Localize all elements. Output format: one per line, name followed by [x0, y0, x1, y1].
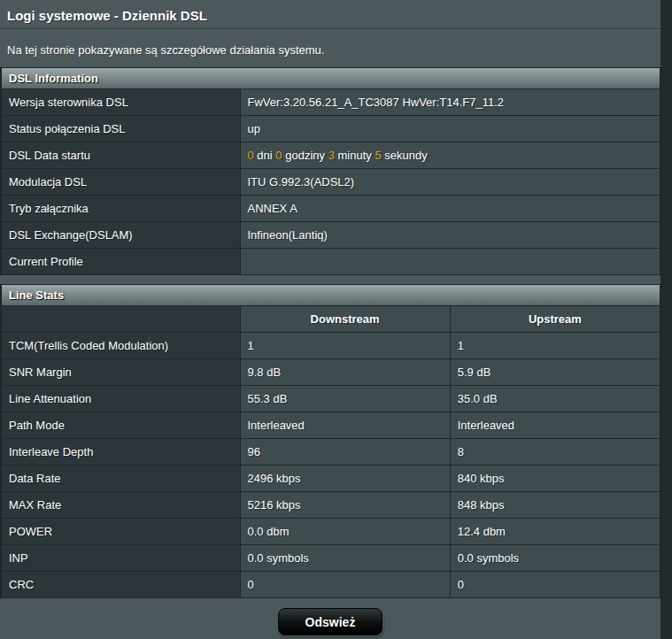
downstream-value: Interleaved	[240, 412, 450, 439]
upstream-value: Interleaved	[450, 412, 660, 439]
upstream-value: 8	[450, 439, 660, 466]
table-row: TCM(Trellis Coded Modulation)11	[1, 333, 660, 359]
refresh-button[interactable]: Odswież	[278, 608, 382, 635]
table-row: Data Rate2496 kbps840 kbps	[1, 466, 660, 492]
uptime-number: 0	[275, 149, 282, 162]
line-stats-header: Line Stats	[0, 284, 660, 305]
button-row: Odswież	[0, 608, 660, 635]
uptime-unit: sekundy	[384, 149, 427, 162]
upstream-value: 0.0 symbols	[450, 545, 660, 572]
row-label: DSL Data startu	[1, 142, 240, 169]
upstream-value: 0	[450, 572, 660, 598]
upstream-value: 35.0 dB	[450, 386, 660, 412]
line-stats-body: TCM(Trellis Coded Modulation)11SNR Margi…	[1, 333, 660, 598]
row-label: MAX Rate	[1, 492, 240, 519]
row-label: INP	[1, 545, 240, 572]
row-value: 0 dni 0 godziny 3 minuty 5 sekundy	[240, 142, 660, 169]
uptime-unit: dni	[257, 149, 272, 162]
table-row: Wersja sterownika DSLFwVer:3.20.56.21_A_…	[1, 89, 660, 116]
downstream-value: 0	[240, 572, 450, 598]
row-label: SNR Margin	[1, 359, 240, 386]
upstream-value: 5.9 dB	[450, 359, 660, 386]
dsl-information-header: DSL Information	[0, 67, 660, 89]
dsl-info-body: Wersja sterownika DSLFwVer:3.20.56.21_A_…	[1, 89, 660, 275]
row-value	[240, 249, 660, 275]
table-row: Modulacja DSLITU G.992.3(ADSL2)	[1, 169, 660, 196]
table-row: Path ModeInterleavedInterleaved	[1, 412, 660, 439]
upstream-value: 848 kbps	[450, 492, 660, 519]
table-row: Interleave Depth968	[1, 439, 660, 466]
row-label: Wersja sterownika DSL	[1, 89, 240, 116]
table-row: MAX Rate5216 kbps848 kbps	[1, 492, 660, 519]
table-row: Current Profile	[1, 249, 660, 275]
row-label: Path Mode	[1, 412, 240, 439]
downstream-value: 96	[240, 439, 450, 466]
main-content: Logi systemowe - Dziennik DSL Na tej str…	[0, 0, 660, 635]
right-edge-band	[660, 0, 672, 639]
row-value: ANNEX A	[240, 196, 660, 222]
line-stats-head: DownstreamUpstream	[1, 306, 660, 333]
downstream-value: 0.0 dbm	[240, 519, 450, 545]
row-label: POWER	[1, 519, 240, 545]
table-row: DSL Exchange(DSLAM)Infineon(Lantiq)	[1, 222, 660, 249]
column-header: Downstream	[240, 306, 450, 333]
uptime-number: 5	[375, 149, 381, 162]
row-value: ITU G.992.3(ADSL2)	[240, 169, 660, 196]
row-label: DSL Exchange(DSLAM)	[1, 222, 240, 249]
line-stats-table: DownstreamUpstream TCM(Trellis Coded Mod…	[0, 305, 660, 598]
row-label: CRC	[1, 572, 240, 598]
table-row: DSL Data startu0 dni 0 godziny 3 minuty …	[1, 142, 660, 169]
row-label: Modulacja DSL	[1, 169, 240, 196]
table-row: POWER0.0 dbm12.4 dbm	[1, 519, 660, 545]
uptime-unit: minuty	[338, 149, 372, 162]
row-label: Current Profile	[1, 249, 240, 275]
dsl-log-page: Logi systemowe - Dziennik DSL Na tej str…	[0, 0, 672, 639]
row-value: FwVer:3.20.56.21_A_TC3087 HwVer:T14.F7_1…	[240, 89, 660, 116]
page-title: Logi systemowe - Dziennik DSL	[0, 0, 660, 28]
row-value: up	[240, 116, 660, 142]
column-header-row: DownstreamUpstream	[1, 306, 660, 333]
upstream-value: 840 kbps	[450, 466, 660, 492]
row-label: Line Attenuation	[1, 386, 240, 412]
row-value: Infineon(Lantiq)	[240, 222, 660, 249]
table-row: INP0.0 symbols0.0 symbols	[1, 545, 660, 572]
upstream-value: 12.4 dbm	[450, 519, 660, 545]
uptime-number: 0	[248, 149, 254, 162]
table-row: CRC00	[1, 572, 660, 598]
downstream-value: 0.0 symbols	[240, 545, 450, 572]
uptime-number: 3	[328, 149, 335, 162]
table-row: Line Attenuation55.3 dB35.0 dB	[1, 386, 660, 412]
table-row: SNR Margin9.8 dB5.9 dB	[1, 359, 660, 386]
corner-cell	[1, 306, 240, 333]
downstream-value: 1	[240, 333, 450, 359]
uptime-unit: godziny	[285, 149, 325, 162]
downstream-value: 9.8 dB	[240, 359, 450, 386]
row-label: TCM(Trellis Coded Modulation)	[1, 333, 240, 359]
dsl-information-table: Wersja sterownika DSLFwVer:3.20.56.21_A_…	[0, 89, 660, 275]
downstream-value: 55.3 dB	[240, 386, 450, 412]
page-description: Na tej stronie pokazywane są szczegółowe…	[0, 30, 660, 67]
table-row: Tryb załącznikaANNEX A	[1, 196, 660, 222]
column-header: Upstream	[450, 306, 660, 333]
table-row: Status połączenia DSLup	[1, 116, 660, 142]
row-label: Tryb załącznika	[1, 196, 240, 222]
row-label: Interleave Depth	[1, 439, 240, 466]
row-label: Data Rate	[1, 466, 240, 492]
row-label: Status połączenia DSL	[1, 116, 240, 142]
upstream-value: 1	[450, 333, 660, 359]
downstream-value: 5216 kbps	[240, 492, 450, 519]
downstream-value: 2496 kbps	[240, 466, 450, 492]
